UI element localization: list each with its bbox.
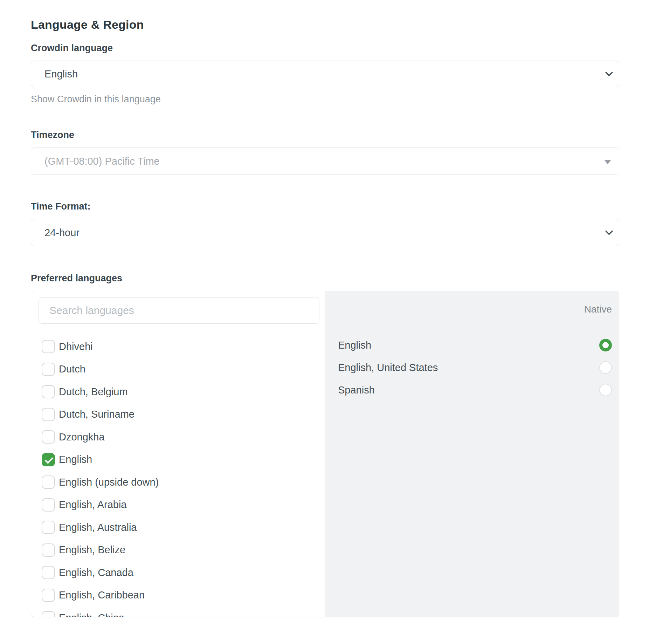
- crowdin-language-label: Crowdin language: [31, 42, 619, 54]
- checkbox[interactable]: [42, 566, 55, 579]
- crowdin-language-value: English: [44, 68, 78, 80]
- crowdin-language-select[interactable]: English: [31, 61, 619, 87]
- language-option-label: Dutch, Suriname: [59, 409, 134, 420]
- list-item: Spanish: [338, 379, 612, 401]
- language-option-label: Dzongkha: [59, 431, 105, 443]
- checkbox[interactable]: [42, 498, 55, 512]
- timezone-value: (GMT-08:00) Pacific Time: [44, 156, 160, 167]
- language-option-label: English, Australia: [59, 522, 137, 533]
- list-item[interactable]: English, Belize: [42, 539, 325, 562]
- list-item[interactable]: Dutch, Suriname: [42, 403, 325, 426]
- checkbox[interactable]: [42, 430, 55, 444]
- list-item: English: [338, 334, 612, 356]
- list-item[interactable]: English (upside down): [42, 471, 325, 494]
- native-header-label: Native: [338, 303, 612, 315]
- checkbox[interactable]: [42, 408, 55, 421]
- list-item[interactable]: Dhivehi: [42, 335, 325, 358]
- list-item[interactable]: Dutch, Belgium: [42, 381, 325, 403]
- time-format-select[interactable]: 24-hour: [31, 219, 619, 246]
- preferred-languages-label: Preferred languages: [31, 272, 619, 284]
- timezone-label: Timezone: [31, 129, 619, 141]
- language-option-label: English: [59, 454, 92, 465]
- language-list: Dhivehi Dutch Dutch, Belgium Dutch, Suri…: [31, 335, 325, 617]
- selected-language-label: English: [338, 340, 371, 351]
- checkbox[interactable]: [42, 589, 55, 602]
- language-option-label: Dutch: [59, 363, 85, 375]
- chevron-down-icon: [605, 71, 613, 77]
- list-item[interactable]: Dutch: [42, 358, 325, 381]
- list-item[interactable]: Dzongkha: [42, 426, 325, 448]
- language-region-settings-page: Language & Region Crowdin language Engli…: [0, 0, 656, 644]
- triangle-down-icon: [604, 160, 611, 164]
- checkbox[interactable]: [42, 363, 55, 376]
- list-item[interactable]: English, Caribbean: [42, 584, 325, 607]
- list-item[interactable]: English: [42, 448, 325, 471]
- checkbox[interactable]: [42, 475, 55, 489]
- language-option-label: English, Canada: [59, 567, 133, 578]
- list-item[interactable]: English, Arabia: [42, 494, 325, 516]
- checkbox[interactable]: [42, 521, 55, 534]
- checkbox[interactable]: [42, 611, 55, 617]
- list-item[interactable]: English, China: [42, 607, 325, 617]
- preferred-languages-panel: Dhivehi Dutch Dutch, Belgium Dutch, Suri…: [31, 291, 619, 617]
- selected-language-label: English, United States: [338, 362, 438, 374]
- selected-languages-list: English English, United States Spanish: [338, 334, 612, 401]
- native-column: Native English English, United States Sp…: [325, 291, 619, 617]
- checkbox[interactable]: [42, 385, 55, 398]
- search-input[interactable]: [39, 297, 319, 324]
- language-options-column: Dhivehi Dutch Dutch, Belgium Dutch, Suri…: [31, 291, 325, 617]
- language-option-label: English, Arabia: [59, 499, 126, 511]
- language-option-label: English, Caribbean: [59, 589, 145, 601]
- native-radio[interactable]: [599, 339, 612, 351]
- language-option-label: Dutch, Belgium: [59, 386, 128, 398]
- time-format-value: 24-hour: [44, 227, 80, 239]
- list-item[interactable]: English, Canada: [42, 561, 325, 584]
- language-option-label: English (upside down): [59, 477, 159, 488]
- checkbox[interactable]: [42, 543, 55, 557]
- chevron-down-icon: [605, 230, 613, 235]
- native-radio[interactable]: [599, 361, 612, 374]
- checkbox[interactable]: [42, 453, 55, 466]
- selected-language-label: Spanish: [338, 384, 375, 396]
- crowdin-language-hint: Show Crowdin in this language: [31, 93, 619, 105]
- search-wrap: [31, 291, 325, 324]
- checkbox[interactable]: [42, 340, 55, 353]
- timezone-select[interactable]: (GMT-08:00) Pacific Time: [31, 148, 619, 175]
- list-item: English, United States: [338, 356, 612, 379]
- language-option-label: English, Belize: [59, 544, 125, 556]
- native-radio[interactable]: [599, 384, 612, 396]
- language-option-label: English, China: [59, 612, 124, 617]
- language-option-label: Dhivehi: [59, 341, 93, 352]
- time-format-label: Time Format:: [31, 200, 619, 212]
- page-title: Language & Region: [31, 18, 619, 32]
- list-item[interactable]: English, Australia: [42, 516, 325, 539]
